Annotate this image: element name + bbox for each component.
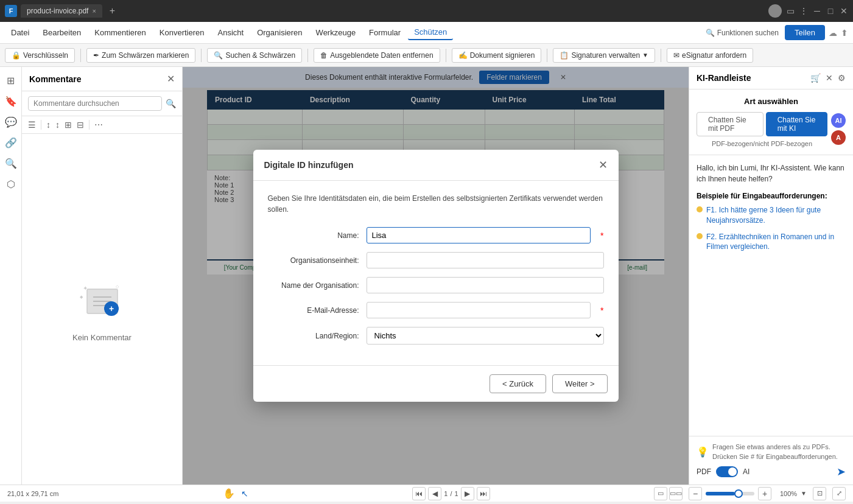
encrypt-button[interactable]: 🔒 Verschlüsseln xyxy=(5,48,75,63)
last-page-button[interactable]: ⏭ xyxy=(477,487,490,500)
double-page-view[interactable]: ▭▭ xyxy=(669,487,683,500)
sidebar-comments-icon[interactable]: 💬 xyxy=(2,113,19,130)
maximize-button[interactable]: □ xyxy=(826,7,835,15)
zoom-out-button[interactable]: − xyxy=(689,487,702,500)
back-button[interactable]: < Zurück xyxy=(490,374,546,393)
cursor-mode-icon[interactable]: ✋ xyxy=(223,488,235,499)
zoom-controls: − + 100% ▼ xyxy=(689,487,807,500)
redact-icon: ✒ xyxy=(93,51,99,60)
input-email[interactable] xyxy=(367,302,591,318)
menu-datei[interactable]: Datei xyxy=(5,26,35,40)
comment-toolbar: ☰ ↕ ↕ ⊞ ⊟ ⋯ xyxy=(22,116,182,134)
first-page-button[interactable]: ⏮ xyxy=(412,487,426,500)
tab-ki[interactable]: Chatten Sie mit KI xyxy=(766,112,827,136)
ai-send-icon[interactable]: ➤ xyxy=(837,465,846,478)
close-button[interactable]: ✕ xyxy=(840,7,848,15)
comment-search-input[interactable] xyxy=(28,96,162,111)
menu-formular[interactable]: Formular xyxy=(363,26,407,40)
ai-close-icon[interactable]: ✕ xyxy=(826,73,833,83)
sidebar-search-icon[interactable]: 🔍 xyxy=(2,155,19,172)
input-org-unit[interactable] xyxy=(367,252,604,268)
redact-mark-button[interactable]: ✒ Zum Schwärzen markieren xyxy=(86,48,195,63)
lock-icon: 🔒 xyxy=(12,51,21,60)
sidebar-toggle-icon[interactable]: ▭ xyxy=(787,6,795,16)
esignature-button[interactable]: ✉ eSignatur anfordern xyxy=(667,48,753,63)
sidebar-bookmark-icon[interactable]: 🔖 xyxy=(2,93,19,110)
zoom-level: 100% xyxy=(775,490,797,497)
filter-icon[interactable]: ⊟ xyxy=(77,120,84,130)
comment-search-icon[interactable]: 🔍 xyxy=(166,99,176,108)
ai-footer-hint: Fragen Sie etwas anderes als zu PDFs. Dr… xyxy=(712,443,846,461)
single-page-view[interactable]: ▭ xyxy=(654,487,667,500)
ai-settings-icon[interactable]: ⚙ xyxy=(838,73,846,83)
sign-doc-button[interactable]: ✍ Dokument signieren xyxy=(452,48,542,63)
search-redact-button[interactable]: 🔍 Suchen & Schwärzen xyxy=(207,48,302,63)
menu-bearbeiten[interactable]: Bearbeiten xyxy=(37,26,87,40)
expand-icon[interactable]: ⊞ xyxy=(65,120,72,130)
art-tabs-row: Chatten Sie mit PDF Chatten Sie mit KI P… xyxy=(697,112,846,147)
minimize-button[interactable]: ─ xyxy=(813,7,821,15)
user-avatar[interactable] xyxy=(768,4,782,18)
ai-example-2[interactable]: F2. Erzähltechniken in Romanen und in Fi… xyxy=(697,232,846,253)
sidebar-link-icon[interactable]: 🔗 xyxy=(2,134,19,151)
fit-page-button[interactable]: ⊡ xyxy=(813,487,826,500)
prev-page-button[interactable]: ◀ xyxy=(428,487,441,500)
tab-pdf[interactable]: Chatten Sie mit PDF xyxy=(697,112,763,136)
ai-chat-area: Hallo, ich bin Lumi, Ihr KI-Assistent. W… xyxy=(689,155,853,436)
share-button[interactable]: Teilen xyxy=(785,25,825,40)
document-area: Dieses Dokument enthält interaktive Form… xyxy=(183,67,689,485)
dialog-close-icon[interactable]: ✕ xyxy=(599,158,608,172)
cloud-icon[interactable]: ☁ xyxy=(829,28,837,38)
sign-label: Dokument signieren xyxy=(470,51,535,60)
tab-close-icon[interactable]: × xyxy=(92,7,96,15)
next-page-button[interactable]: ▶ xyxy=(461,487,474,500)
panel-close-icon[interactable]: ✕ xyxy=(167,73,175,85)
form-row-country: Land/Region: Nichts xyxy=(268,327,604,345)
sidebar-home-icon[interactable]: ⊞ xyxy=(2,72,19,89)
sigs-icon: 📋 xyxy=(560,51,569,60)
sort-asc-icon[interactable]: ↕ xyxy=(46,120,51,130)
zoom-dropdown-icon[interactable]: ▼ xyxy=(801,490,807,497)
document-tab[interactable]: product-invoice.pdf × xyxy=(21,4,102,18)
menu-werkzeuge[interactable]: Werkzeuge xyxy=(310,26,362,40)
ti-sep-2 xyxy=(89,120,90,130)
upload-icon[interactable]: ⬆ xyxy=(841,28,848,38)
menu-organisieren[interactable]: Organisieren xyxy=(251,26,308,40)
menu-konvertieren[interactable]: Konvertieren xyxy=(153,26,211,40)
func-search-button[interactable]: 🔍 Funktionen suchen xyxy=(701,26,784,40)
sort-desc-icon[interactable]: ↕ xyxy=(55,120,60,130)
empty-icon-graphic: + ✦ ◆ ◇ xyxy=(78,277,127,326)
ai-greeting-text: Hallo, ich bin Lumi, Ihr KI-Assistent. W… xyxy=(697,163,846,184)
zoom-slider[interactable] xyxy=(706,492,754,495)
ai-badge-word: A xyxy=(831,130,846,145)
comments-panel: Kommentare ✕ 🔍 ☰ ↕ ↕ ⊞ ⊟ ⋯ xyxy=(22,67,183,485)
fullscreen-button[interactable]: ⤢ xyxy=(832,487,846,500)
ai-pdf-toggle[interactable] xyxy=(716,466,738,477)
more-icon[interactable]: ⋯ xyxy=(94,120,103,130)
list-icon[interactable]: ☰ xyxy=(28,120,36,130)
menu-ansicht[interactable]: Ansicht xyxy=(212,26,250,40)
menu-schuetzen[interactable]: Schützen xyxy=(408,25,453,40)
example-text-1: F1. Ich hätte gerne 3 Ideen für gute Neu… xyxy=(706,205,846,226)
panel-title: Kommentare xyxy=(29,74,82,84)
input-org-name[interactable] xyxy=(367,277,604,293)
sidebar-layers-icon[interactable]: ⬡ xyxy=(2,175,19,192)
input-name[interactable] xyxy=(367,227,591,243)
next-button[interactable]: Weiter > xyxy=(552,374,608,393)
more-options-icon[interactable]: ⋮ xyxy=(799,6,808,16)
ai-cart-icon[interactable]: 🛒 xyxy=(810,73,821,83)
remove-hidden-button[interactable]: 🗑 Ausgeblendete Daten entfernen xyxy=(314,48,440,63)
new-tab-button[interactable]: + xyxy=(106,5,119,16)
art-title: Art auswählen xyxy=(697,97,846,106)
pointer-mode-icon[interactable]: ↖ xyxy=(241,489,248,499)
manage-sigs-button[interactable]: 📋 Signaturen verwalten ▼ xyxy=(553,48,655,63)
art-tabs-container: Chatten Sie mit PDF Chatten Sie mit KI xyxy=(697,112,827,136)
select-country[interactable]: Nichts xyxy=(367,327,604,345)
zoom-in-button[interactable]: + xyxy=(758,487,771,500)
menu-kommentieren[interactable]: Kommentieren xyxy=(88,26,152,40)
ai-example-1[interactable]: F1. Ich hätte gerne 3 Ideen für gute Neu… xyxy=(697,205,846,226)
app-icon: F xyxy=(5,5,17,17)
form-row-email: E-Mail-Adresse: * xyxy=(268,302,604,318)
total-pages: 1 xyxy=(455,490,458,497)
required-email-star: * xyxy=(600,306,603,315)
